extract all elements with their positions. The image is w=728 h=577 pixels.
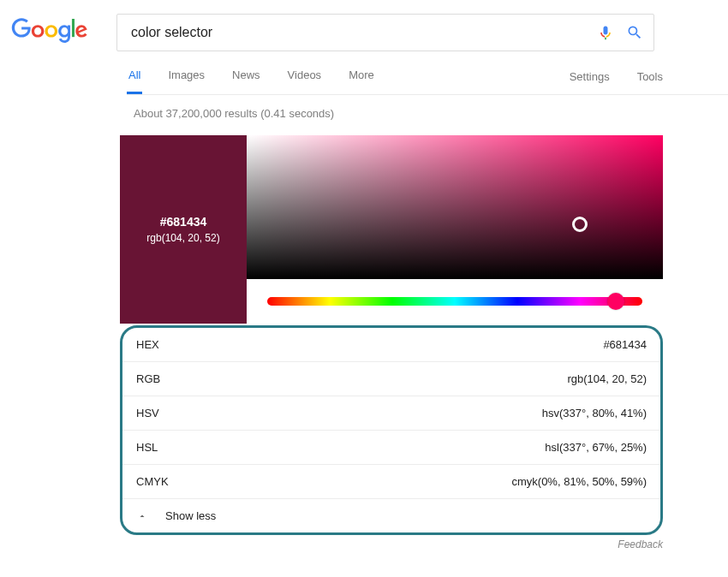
saturation-value-area[interactable]	[247, 135, 663, 279]
row-hsl: HSL hsl(337°, 67%, 25%)	[122, 430, 660, 464]
row-rgb: RGB rgb(104, 20, 52)	[122, 361, 660, 396]
color-values-panel: HEX #681434 RGB rgb(104, 20, 52) HSV hsv…	[120, 325, 663, 535]
tab-settings[interactable]: Settings	[568, 70, 612, 93]
tab-tools[interactable]: Tools	[636, 70, 665, 93]
tab-more[interactable]: More	[347, 68, 376, 94]
value-hsl: hsl(337°, 67%, 25%)	[545, 441, 647, 454]
tab-videos[interactable]: Videos	[286, 68, 324, 94]
value-cmyk: cmyk(0%, 81%, 50%, 59%)	[511, 475, 647, 488]
google-logo[interactable]	[10, 18, 89, 47]
chevron-up-icon	[136, 510, 148, 522]
results-stats: About 37,200,000 results (0.41 seconds)	[134, 107, 728, 120]
search-input[interactable]	[126, 25, 587, 40]
tab-news[interactable]: News	[230, 68, 262, 94]
row-hsv: HSV hsv(337°, 80%, 41%)	[122, 396, 660, 430]
color-picker-widget: #681434 rgb(104, 20, 52) HEX #681434 RGB	[120, 135, 663, 535]
search-icon[interactable]	[624, 22, 645, 43]
row-hex: HEX #681434	[122, 328, 660, 361]
label-hex: HEX	[136, 338, 159, 351]
value-hsv: hsv(337°, 80%, 41%)	[542, 407, 647, 419]
swatch-rgb: rgb(104, 20, 52)	[146, 232, 219, 244]
value-rgb: rgb(104, 20, 52)	[567, 372, 647, 385]
label-cmyk: CMYK	[136, 475, 169, 488]
search-bar	[116, 14, 654, 51]
hue-slider[interactable]	[267, 297, 642, 306]
sv-cursor[interactable]	[572, 217, 588, 232]
label-hsl: HSL	[136, 441, 158, 454]
hue-handle[interactable]	[607, 293, 624, 310]
swatch-hex: #681434	[160, 215, 207, 229]
show-less-toggle[interactable]: Show less	[122, 498, 660, 532]
row-cmyk: CMYK cmyk(0%, 81%, 50%, 59%)	[122, 464, 660, 498]
tab-all[interactable]: All	[127, 68, 142, 94]
label-hsv: HSV	[136, 407, 159, 419]
label-rgb: RGB	[136, 372, 160, 385]
feedback-link[interactable]: Feedback	[120, 538, 663, 550]
tab-images[interactable]: Images	[166, 68, 206, 94]
value-hex: #681434	[603, 338, 647, 351]
color-swatch: #681434 rgb(104, 20, 52)	[120, 135, 247, 324]
mic-icon[interactable]	[595, 22, 616, 43]
show-less-label: Show less	[165, 509, 216, 522]
